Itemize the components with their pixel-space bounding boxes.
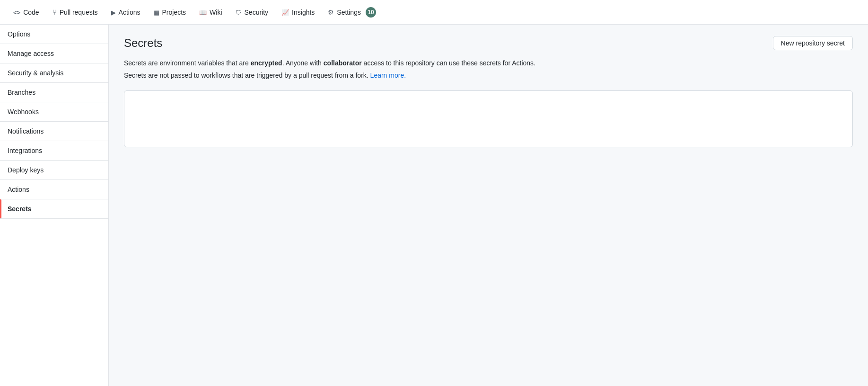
page-title: Secrets xyxy=(124,36,162,50)
sidebar-item-integrations[interactable]: Integrations xyxy=(0,141,108,161)
description-suffix-1: access to this repository can use these … xyxy=(362,59,535,67)
sidebar-item-security-analysis[interactable]: Security & analysis xyxy=(0,63,108,83)
learn-more-link[interactable]: Learn more. xyxy=(370,72,406,79)
nav-pr-label: Pull requests xyxy=(60,9,98,16)
encrypted-text: encrypted xyxy=(251,59,282,67)
sidebar-item-deploy-keys[interactable]: Deploy keys xyxy=(0,161,108,180)
top-navigation: Code Pull requests Actions Projects Wiki… xyxy=(0,0,868,25)
sidebar-item-secrets[interactable]: Secrets xyxy=(0,199,108,219)
main-content: Secrets New repository secret Secrets ar… xyxy=(109,25,868,386)
projects-icon xyxy=(154,8,159,16)
security-icon xyxy=(236,8,242,16)
sidebar-item-webhooks[interactable]: Webhooks xyxy=(0,102,108,122)
settings-sidebar: Options Manage access Security & analysi… xyxy=(0,25,109,386)
sidebar-item-options[interactable]: Options xyxy=(0,25,108,44)
code-icon xyxy=(13,8,20,16)
nav-actions-label: Actions xyxy=(119,9,140,16)
pr-icon xyxy=(53,8,57,16)
nav-wiki[interactable]: Wiki xyxy=(193,4,228,20)
description-mid: . Anyone with xyxy=(282,59,324,67)
description-prefix-1: Secrets are environment variables that a… xyxy=(124,59,251,67)
wiki-icon xyxy=(199,8,207,16)
sidebar-item-notifications[interactable]: Notifications xyxy=(0,122,108,141)
nav-actions[interactable]: Actions xyxy=(105,4,146,20)
content-header: Secrets New repository secret xyxy=(124,36,853,50)
nav-security-label: Security xyxy=(245,9,269,16)
nav-settings-label: Settings xyxy=(337,9,361,16)
settings-icon xyxy=(328,8,334,16)
nav-insights-label: Insights xyxy=(292,9,315,16)
insights-icon xyxy=(281,8,289,16)
description-line-2: Secrets are not passed to workflows that… xyxy=(124,70,853,81)
notification-badge: 10 xyxy=(366,7,376,18)
nav-code[interactable]: Code xyxy=(8,4,45,20)
actions-icon xyxy=(111,8,116,16)
nav-code-label: Code xyxy=(23,9,39,16)
secrets-description: Secrets are environment variables that a… xyxy=(124,58,853,81)
sidebar-item-actions[interactable]: Actions xyxy=(0,180,108,199)
description-prefix-2: Secrets are not passed to workflows that… xyxy=(124,72,370,79)
page-layout: Options Manage access Security & analysi… xyxy=(0,25,868,386)
nav-projects[interactable]: Projects xyxy=(148,4,192,20)
nav-pull-requests[interactable]: Pull requests xyxy=(47,4,104,20)
sidebar-item-manage-access[interactable]: Manage access xyxy=(0,44,108,63)
collaborator-text: collaborator xyxy=(324,59,362,67)
new-repository-secret-button[interactable]: New repository secret xyxy=(773,36,853,50)
nav-wiki-label: Wiki xyxy=(210,9,222,16)
secrets-list-box xyxy=(124,90,853,147)
description-line-1: Secrets are environment variables that a… xyxy=(124,58,853,68)
sidebar-item-branches[interactable]: Branches xyxy=(0,83,108,102)
nav-insights[interactable]: Insights xyxy=(276,4,320,20)
nav-security[interactable]: Security xyxy=(230,4,274,20)
nav-projects-label: Projects xyxy=(162,9,186,16)
nav-settings[interactable]: Settings 10 xyxy=(322,3,382,21)
